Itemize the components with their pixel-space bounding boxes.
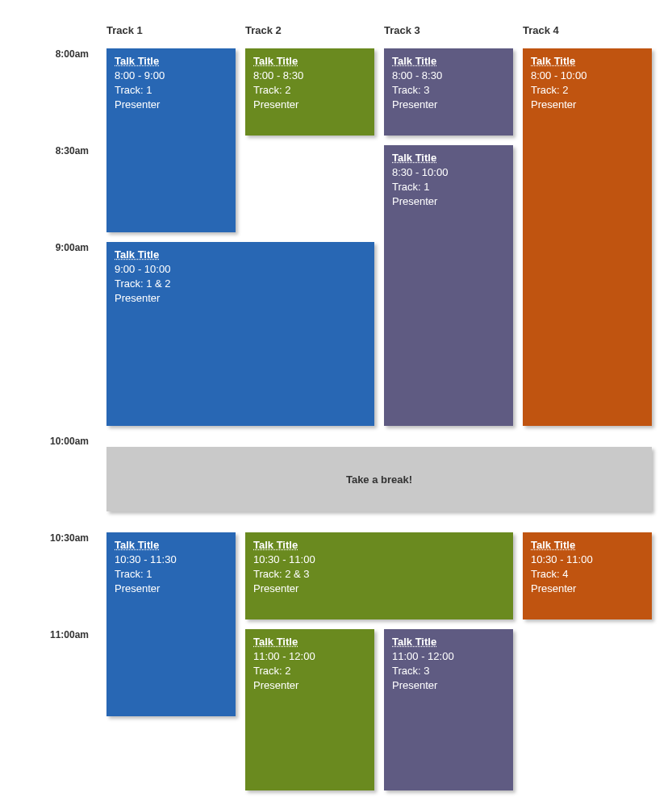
- schedule-grid: Track 1 Track 2 Track 3 Track 4 8:00am 8…: [0, 0, 672, 805]
- event-track: Track: 1: [115, 84, 227, 96]
- track-header-1: Track 1: [106, 24, 143, 36]
- event-track: Track: 3: [392, 84, 505, 96]
- event-card[interactable]: Talk Title 8:00 - 9:00 Track: 1 Presente…: [106, 48, 236, 232]
- event-card[interactable]: Talk Title 8:30 - 10:00 Track: 1 Present…: [384, 145, 513, 426]
- event-presenter: Presenter: [115, 292, 366, 304]
- time-label-1000: 10:00am: [32, 436, 89, 447]
- event-presenter: Presenter: [253, 98, 366, 111]
- time-label-830: 8:30am: [32, 145, 89, 156]
- event-time: 10:30 - 11:30: [115, 553, 227, 565]
- event-card[interactable]: Talk Title 8:00 - 8:30 Track: 2 Presente…: [245, 48, 374, 136]
- event-presenter: Presenter: [115, 98, 227, 111]
- event-card[interactable]: Talk Title 10:30 - 11:00 Track: 4 Presen…: [523, 532, 652, 619]
- event-title[interactable]: Talk Title: [253, 539, 505, 551]
- event-time: 8:00 - 10:00: [531, 69, 644, 81]
- event-track: Track: 2 & 3: [253, 568, 505, 580]
- event-title[interactable]: Talk Title: [531, 55, 644, 67]
- event-track: Track: 2: [253, 665, 366, 677]
- event-time: 11:00 - 12:00: [253, 650, 366, 662]
- track-header-2: Track 2: [245, 24, 282, 36]
- event-card[interactable]: Talk Title 11:00 - 12:00 Track: 2 Presen…: [245, 629, 374, 790]
- event-title[interactable]: Talk Title: [531, 539, 644, 551]
- event-card[interactable]: Talk Title 11:00 - 12:00 Track: 3 Presen…: [384, 629, 513, 790]
- event-card[interactable]: Talk Title 10:30 - 11:30 Track: 1 Presen…: [106, 532, 236, 716]
- event-title[interactable]: Talk Title: [115, 248, 366, 261]
- event-track: Track: 1: [115, 568, 227, 580]
- event-presenter: Presenter: [253, 582, 505, 594]
- event-title[interactable]: Talk Title: [392, 152, 505, 164]
- break-block: Take a break!: [106, 447, 652, 511]
- event-time: 8:00 - 8:30: [392, 69, 505, 81]
- event-track: Track: 4: [531, 568, 644, 580]
- event-track: Track: 2: [531, 84, 644, 96]
- event-title[interactable]: Talk Title: [253, 636, 366, 648]
- event-card[interactable]: Talk Title 9:00 - 10:00 Track: 1 & 2 Pre…: [106, 242, 374, 426]
- event-card[interactable]: Talk Title 8:00 - 8:30 Track: 3 Presente…: [384, 48, 513, 136]
- event-track: Track: 2: [253, 84, 366, 96]
- event-time: 8:00 - 8:30: [253, 69, 366, 81]
- event-track: Track: 1 & 2: [115, 277, 366, 290]
- event-presenter: Presenter: [253, 679, 366, 691]
- event-title[interactable]: Talk Title: [392, 636, 505, 648]
- time-label-800: 8:00am: [32, 48, 89, 60]
- event-time: 8:30 - 10:00: [392, 166, 505, 178]
- event-track: Track: 3: [392, 665, 505, 677]
- time-label-1030: 10:30am: [32, 532, 89, 544]
- track-header-4: Track 4: [523, 24, 559, 36]
- event-card[interactable]: Talk Title 10:30 - 11:00 Track: 2 & 3 Pr…: [245, 532, 513, 619]
- event-time: 10:30 - 11:00: [253, 553, 505, 565]
- event-presenter: Presenter: [392, 98, 505, 111]
- event-time: 8:00 - 9:00: [115, 69, 227, 81]
- event-time: 11:00 - 12:00: [392, 650, 505, 662]
- time-label-900: 9:00am: [32, 242, 89, 253]
- event-presenter: Presenter: [531, 98, 644, 111]
- event-title[interactable]: Talk Title: [392, 55, 505, 67]
- event-presenter: Presenter: [531, 582, 644, 594]
- event-title[interactable]: Talk Title: [115, 539, 227, 551]
- event-title[interactable]: Talk Title: [115, 55, 227, 67]
- event-presenter: Presenter: [392, 679, 505, 691]
- event-time: 9:00 - 10:00: [115, 263, 366, 275]
- track-header-3: Track 3: [384, 24, 420, 36]
- break-label: Take a break!: [346, 473, 412, 486]
- event-time: 10:30 - 11:00: [531, 553, 644, 565]
- event-track: Track: 1: [392, 181, 505, 193]
- event-presenter: Presenter: [392, 195, 505, 207]
- event-presenter: Presenter: [115, 582, 227, 594]
- event-title[interactable]: Talk Title: [253, 55, 366, 67]
- event-card[interactable]: Talk Title 8:00 - 10:00 Track: 2 Present…: [523, 48, 652, 426]
- time-label-1100: 11:00am: [32, 629, 89, 640]
